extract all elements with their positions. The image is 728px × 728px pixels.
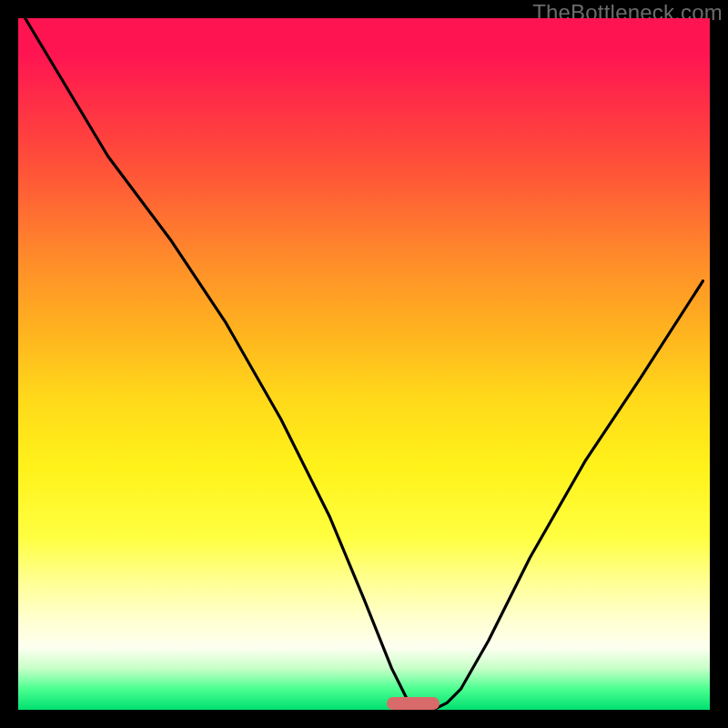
chart-frame: TheBottleneck.com: [0, 0, 728, 728]
plot-area: [18, 18, 710, 710]
optimal-marker: [387, 697, 440, 710]
bottleneck-curve: [18, 18, 710, 710]
curve-path: [25, 18, 703, 710]
